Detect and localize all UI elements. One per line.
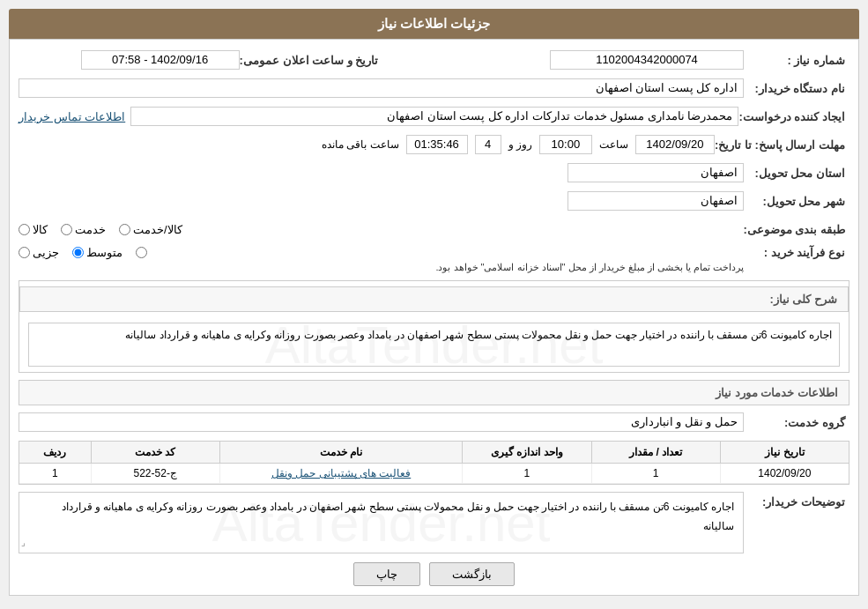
sharh-section-header: شرح کلی نیاز: bbox=[19, 286, 849, 312]
saat-label: ساعت bbox=[599, 138, 628, 151]
back-button[interactable]: بازگشت bbox=[429, 562, 515, 586]
mohlat-baqi: 01:35:46 bbox=[406, 135, 468, 154]
cell-nam[interactable]: فعالیت های پشتیبانی حمل ونقل bbox=[220, 464, 463, 483]
resize-handle[interactable]: ⌟ bbox=[21, 535, 26, 551]
gorohe-label: گروه خدمت: bbox=[744, 416, 849, 429]
shahr-value: اصفهان bbox=[568, 191, 744, 211]
ijad-value: محمدرضا نامداری مسئول خدمات تدارکات ادار… bbox=[130, 107, 738, 126]
nooe-farayand-label: نوع فرآیند خرید : bbox=[744, 246, 849, 259]
tabaqe-option-kala[interactable]: کالا bbox=[19, 223, 48, 236]
tarikh-label: تاریخ و ساعت اعلان عمومی: bbox=[240, 54, 383, 67]
print-button[interactable]: چاپ bbox=[353, 562, 420, 586]
nam-dastgah-label: نام دستگاه خریدار: bbox=[744, 82, 849, 95]
col-vahed: واحد اندازه گیری bbox=[463, 442, 591, 463]
farayand-option-3[interactable] bbox=[136, 247, 147, 258]
ostan-label: استان محل تحویل: bbox=[744, 167, 849, 180]
cell-tedad: 1 bbox=[592, 464, 721, 483]
page-title: جزئیات اطلاعات نیاز bbox=[9, 9, 859, 39]
mohlat-label: مهلت ارسال پاسخ: تا تاریخ: bbox=[715, 138, 849, 152]
toseef-label: توضیحات خریدار: bbox=[744, 492, 849, 509]
tabaqe-option-khadamat[interactable]: خدمت bbox=[61, 223, 106, 236]
services-table: تاریخ نیاز تعداد / مقدار واحد اندازه گیر… bbox=[19, 441, 849, 485]
farayand-option-motevaset[interactable]: متوسط bbox=[72, 246, 122, 259]
cell-vahed: 1 bbox=[463, 464, 591, 483]
shomara-label: شماره نیاز : bbox=[744, 54, 849, 67]
mohlat-date: 1402/09/20 bbox=[635, 135, 715, 154]
col-tarikh: تاریخ نیاز bbox=[721, 442, 849, 463]
cell-kod: ج-52-522 bbox=[92, 464, 220, 483]
khadamat-section-title: اطلاعات خدمات مورد نیاز bbox=[19, 380, 849, 405]
ijad-label: ایجاد کننده درخواست: bbox=[738, 110, 849, 123]
shahr-label: شهر محل تحویل: bbox=[744, 195, 849, 208]
ostan-value: اصفهان bbox=[568, 163, 744, 182]
buttons-row: بازگشت چاپ bbox=[19, 562, 849, 586]
tabaqe-label: طبقه بندی موضوعی: bbox=[743, 223, 849, 236]
farayand-note: پرداخت تمام یا بخشی از مبلغ خریدار از مح… bbox=[19, 262, 744, 273]
toseef-value: اجاره کامیونت 6تن مسقف با راننده در اختی… bbox=[19, 492, 744, 553]
tabaqe-option-kala-khadamat[interactable]: کالا/خدمت bbox=[119, 223, 182, 236]
cell-tarikh: 1402/09/20 bbox=[721, 464, 849, 483]
gorohe-value: حمل و نقل و انبارداری bbox=[19, 412, 744, 432]
nam-dastgah-value: اداره کل پست استان اصفهان bbox=[19, 78, 744, 98]
table-header: تاریخ نیاز تعداد / مقدار واحد اندازه گیر… bbox=[19, 442, 849, 464]
sharh-label: شرح کلی نیاز: bbox=[769, 293, 837, 306]
tarikh-value: 1402/09/16 - 07:58 bbox=[81, 50, 240, 70]
cell-radif: 1 bbox=[19, 464, 92, 483]
col-nam: نام خدمت bbox=[220, 442, 463, 463]
col-tedad: تعداد / مقدار bbox=[592, 442, 721, 463]
col-radif: ردیف bbox=[19, 442, 92, 463]
baqi-label: ساعت باقی مانده bbox=[322, 138, 399, 151]
mohlat-rooz: 4 bbox=[475, 135, 501, 154]
sharh-value: اجاره کامیونت 6تن مسقف با راننده در اختی… bbox=[28, 323, 840, 367]
ettelaat-tamas-link[interactable]: اطلاعات تماس خریدار bbox=[19, 110, 125, 123]
table-row: 1402/09/20 1 1 فعالیت های پشتیبانی حمل و… bbox=[19, 464, 849, 484]
col-kod: کد خدمت bbox=[92, 442, 220, 463]
tabaqe-radio-group: کالا/خدمت خدمت کالا bbox=[19, 223, 743, 236]
shomara-value: 1102004342000074 bbox=[550, 50, 744, 70]
rooz-label: روز و bbox=[508, 138, 532, 151]
farayand-option-jozii[interactable]: جزیی bbox=[19, 246, 59, 259]
mohlat-saat: 10:00 bbox=[539, 135, 592, 154]
